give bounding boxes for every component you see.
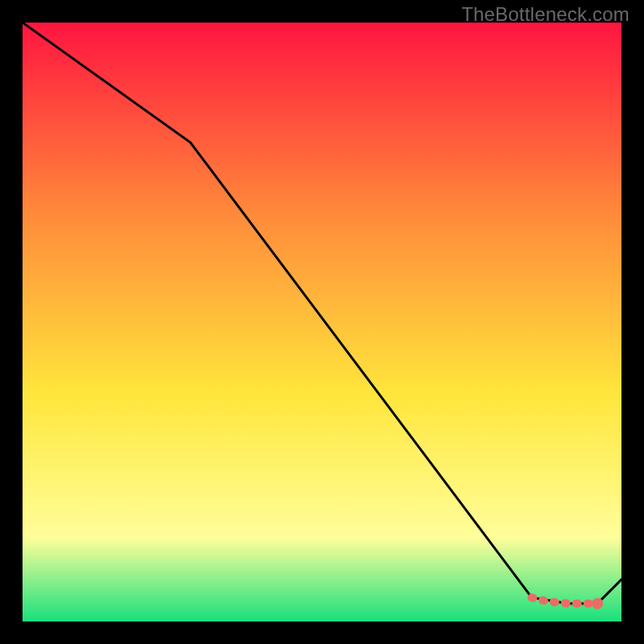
chart-background-gradient: [23, 23, 621, 621]
chart-frame: TheBottleneck.com: [0, 0, 644, 644]
highlight-endpoint-dot: [592, 598, 603, 609]
chart-svg: [23, 23, 621, 621]
chart-plot-area: [23, 23, 621, 621]
